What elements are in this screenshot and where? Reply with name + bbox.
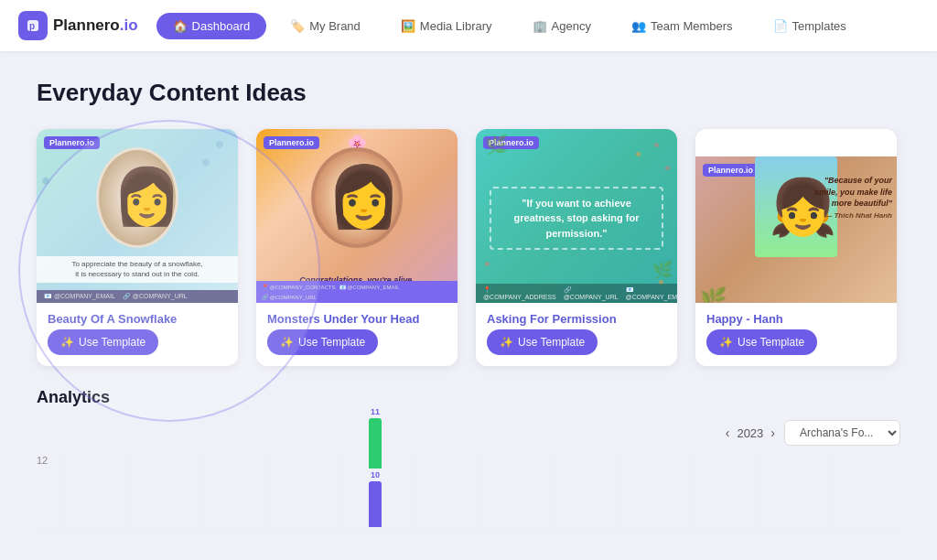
chart-col-may: 1110 — [339, 454, 410, 527]
chart-col-mar — [199, 454, 270, 527]
chart-col-oct — [690, 454, 760, 527]
bar-value-blue: 10 — [371, 470, 380, 479]
chart-col-sep — [620, 454, 691, 527]
media-icon: 🖼️ — [401, 19, 415, 33]
card-2-contacts: 📍 @COMPANY_CONTACTS — [262, 284, 336, 290]
card-3-image: Plannero.io 🌿 🌿 "If you want to achieve … — [476, 129, 677, 303]
chart-col-aug — [550, 454, 620, 527]
chart-area: 12 1110 — [37, 455, 900, 528]
agency-icon: 🏢 — [533, 19, 547, 33]
use-template-btn-4[interactable]: ✨ Use Template — [706, 329, 817, 355]
card-2-bg: Plannero.io 🌸 Congratulations, you're al… — [256, 129, 458, 303]
card-3-address: 📍 @COMPANY_ADDRESS — [483, 286, 556, 300]
card-2-logo: Plannero.io — [264, 136, 319, 149]
nav-dashboard[interactable]: 🏠 Dashboard — [156, 13, 267, 39]
wand-icon-4: ✨ — [719, 336, 733, 349]
chart-columns: 1110 — [59, 454, 900, 527]
chart-y-max: 12 — [37, 455, 48, 466]
section-title: Everyday Content Ideas — [37, 79, 900, 107]
logo-icon: p — [18, 11, 48, 40]
snowflake-2: ❄ — [215, 138, 224, 151]
bar-container-may: 1110 — [369, 407, 382, 527]
card-1-footer: 📧 @COMPANY_EMAIL 🔗 @COMPANY_URL — [37, 290, 238, 303]
leaf-left: 🌿 — [485, 134, 508, 156]
use-template-btn-3[interactable]: ✨ Use Template — [487, 329, 598, 355]
analytics-title: Analytics — [37, 388, 900, 407]
chart-col-dec — [830, 454, 900, 527]
cards-row: ❄ ❄ ❄ ❅ Plannero.io To appreciate the be… — [37, 129, 900, 366]
use-template-btn-2[interactable]: ✨ Use Template — [267, 329, 378, 355]
card-3-email: 📧 @COMPANY_EMAIL — [626, 286, 677, 300]
logo[interactable]: p Plannero.io — [18, 11, 138, 40]
card-2-url: 🔗 @COMPANY_URL — [262, 294, 317, 300]
card-4-image: Plannero.io 🌿 "Because of your smile, yo… — [695, 129, 897, 303]
year-label: 2023 — [737, 426, 763, 440]
chart-col-feb — [130, 454, 200, 527]
chart-col-nov — [760, 454, 831, 527]
card-2-image: Plannero.io 🌸 Congratulations, you're al… — [256, 129, 458, 303]
chart-col-jul — [479, 454, 550, 527]
card-4-logo: Plannero.io — [703, 164, 759, 177]
nav-my-brand[interactable]: 🏷️ My Brand — [274, 13, 377, 39]
wand-icon-2: ✨ — [280, 336, 294, 349]
card-1-person — [96, 147, 178, 248]
card-1-url: 🔗 @COMPANY_URL — [123, 293, 188, 300]
card-1-email: 📧 @COMPANY_EMAIL — [44, 293, 115, 300]
team-icon: 👥 — [631, 19, 646, 33]
card-2-title: Monsters Under Your Head — [256, 303, 458, 329]
card-4-leaf: 🌿 — [700, 286, 727, 303]
analytics-section: Analytics ‹ 2023 › Archana's Fo... 12 11… — [37, 388, 900, 528]
year-nav: ‹ 2023 › — [726, 425, 775, 440]
chart-col-jan — [59, 454, 130, 527]
nav-agency[interactable]: 🏢 Agency — [516, 13, 608, 39]
use-template-btn-1[interactable]: ✨ Use Template — [48, 329, 158, 355]
svg-text:p: p — [29, 21, 35, 31]
logo-text: Plannero.io — [53, 16, 138, 35]
prev-year-button[interactable]: ‹ — [726, 425, 730, 440]
card-3-quote: "If you want to achieve greatness, stop … — [490, 187, 663, 251]
card-3-title: Asking For Permission — [476, 303, 677, 329]
snowflake-4: ❅ — [41, 175, 50, 188]
snowflake-3: ❄ — [201, 156, 210, 169]
dashboard-icon: 🏠 — [173, 19, 188, 33]
card-1-quote: To appreciate the beauty of a snowflake,… — [37, 256, 238, 283]
card-2-email: 📧 @COMPANY_EMAIL — [339, 284, 400, 290]
chart-col-apr — [270, 454, 340, 527]
header: p Plannero.io 🏠 Dashboard 🏷️ My Brand 🖼️… — [0, 0, 937, 51]
card-3-url: 🔗 @COMPANY_URL — [564, 286, 619, 300]
nav-media-library[interactable]: 🖼️ Media Library — [384, 13, 509, 39]
account-selector[interactable]: Archana's Fo... — [784, 420, 900, 446]
nav-templates[interactable]: 📄 Templates — [757, 13, 863, 39]
nav-team-members[interactable]: 👥 Team Members — [615, 13, 749, 39]
card-2-footer: 📍 @COMPANY_CONTACTS 📧 @COMPANY_EMAIL 🔗 @… — [256, 281, 458, 303]
wand-icon-3: ✨ — [500, 336, 513, 349]
card-4-bg: Plannero.io 🌿 "Because of your smile, yo… — [695, 156, 897, 303]
card-2-person — [311, 147, 403, 248]
card-permission: Plannero.io 🌿 🌿 "If you want to achieve … — [476, 129, 677, 366]
card-snowflake: ❄ ❄ ❄ ❅ Plannero.io To appreciate the be… — [37, 129, 238, 366]
main-content: Everyday Content Ideas ❄ ❄ ❄ ❅ Plannero.… — [0, 51, 937, 546]
analytics-header: ‹ 2023 › Archana's Fo... — [37, 420, 900, 446]
bar-green — [369, 418, 382, 468]
card-3-footer: 📍 @COMPANY_ADDRESS 🔗 @COMPANY_URL 📧 @COM… — [476, 284, 677, 303]
chart-col-jun — [410, 454, 480, 527]
card-1-logo: Plannero.io — [44, 136, 100, 149]
wand-icon-1: ✨ — [60, 336, 74, 349]
templates-icon: 📄 — [773, 19, 788, 33]
brand-icon: 🏷️ — [290, 19, 305, 33]
bar-blue — [369, 481, 382, 527]
next-year-button[interactable]: › — [770, 425, 775, 440]
bar-value-green: 11 — [371, 407, 380, 416]
card-1-title: Beauty Of A Snowflake — [37, 303, 238, 329]
card-happy: Plannero.io 🌿 "Because of your smile, yo… — [695, 129, 897, 366]
card-monsters: Plannero.io 🌸 Congratulations, you're al… — [256, 129, 458, 366]
leaf-right: 🌿 — [652, 260, 673, 280]
card-4-quote: "Because of your smile, you make life mo… — [805, 175, 892, 221]
card-1-image: ❄ ❄ ❄ ❅ Plannero.io To appreciate the be… — [37, 129, 238, 303]
card-4-title: Happy - Hanh — [695, 303, 897, 329]
card-1-bg: ❄ ❄ ❄ ❅ Plannero.io To appreciate the be… — [37, 129, 238, 303]
card-3-bg: Plannero.io 🌿 🌿 "If you want to achieve … — [476, 129, 677, 303]
